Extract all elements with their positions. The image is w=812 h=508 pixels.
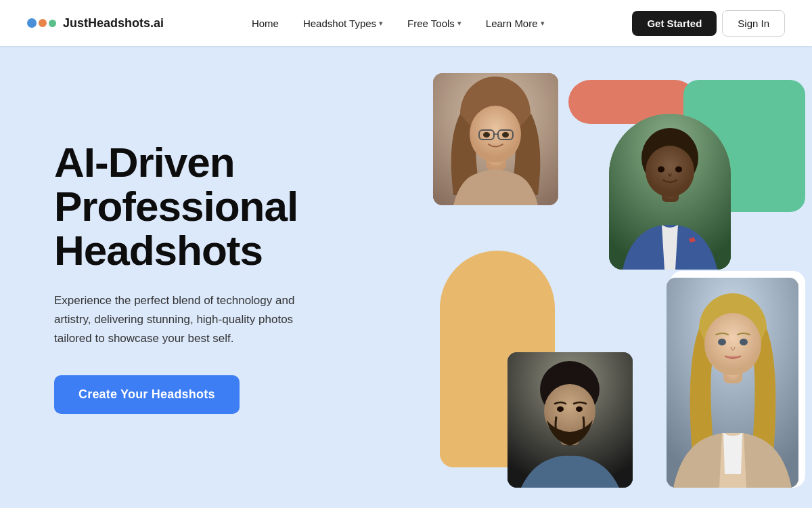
hero-right (392, 46, 758, 508)
hero-section: AI-Driven Professional Headshots Experie… (0, 46, 812, 508)
create-headshots-button[interactable]: Create Your Headshots (54, 375, 240, 414)
logo-dot-blue (27, 18, 37, 28)
person-4 (667, 278, 798, 488)
svg-point-24 (704, 313, 761, 375)
svg-point-13 (658, 167, 664, 173)
person-2 (609, 114, 731, 270)
logo-dot-orange (39, 19, 47, 27)
person-1 (433, 73, 558, 205)
free-tools-chevron-icon: ▾ (457, 19, 461, 28)
svg-point-20 (576, 406, 583, 412)
get-started-button[interactable]: Get Started (632, 11, 717, 36)
svg-point-19 (557, 406, 564, 412)
logo-text: JustHeadshots.ai (63, 16, 164, 30)
headshot-photo-3 (508, 352, 633, 488)
logo-dot-green (49, 20, 56, 27)
svg-point-12 (646, 146, 694, 197)
headshot-photo-1 (433, 73, 558, 205)
nav-learn-more[interactable]: Learn More ▾ (476, 12, 554, 35)
nav-home[interactable]: Home (242, 12, 288, 35)
logo-icon (27, 18, 56, 28)
svg-point-26 (740, 339, 748, 345)
nav-headshot-types[interactable]: Headshot Types ▾ (294, 12, 392, 35)
nav-free-tools[interactable]: Free Tools ▾ (398, 12, 471, 35)
headshot-photo-4 (667, 278, 798, 488)
sign-in-button[interactable]: Sign In (722, 10, 785, 37)
hero-left: AI-Driven Professional Headshots Experie… (54, 140, 392, 414)
photo-collage (433, 60, 785, 508)
hero-title: AI-Driven Professional Headshots (54, 140, 392, 272)
headshot-photo-2 (609, 114, 731, 270)
learn-more-chevron-icon: ▾ (541, 19, 545, 28)
logo[interactable]: JustHeadshots.ai (27, 16, 164, 30)
svg-point-8 (502, 132, 509, 137)
nav-actions: Get Started Sign In (632, 10, 785, 37)
person-3 (508, 352, 633, 488)
svg-point-25 (718, 339, 726, 345)
svg-point-7 (483, 132, 490, 137)
headshot-types-chevron-icon: ▾ (379, 19, 383, 28)
navbar: JustHeadshots.ai Home Headshot Types ▾ F… (0, 0, 812, 46)
nav-links: Home Headshot Types ▾ Free Tools ▾ Learn… (242, 12, 554, 35)
svg-point-14 (675, 167, 682, 173)
hero-subtitle: Experience the perfect blend of technolo… (54, 291, 304, 348)
